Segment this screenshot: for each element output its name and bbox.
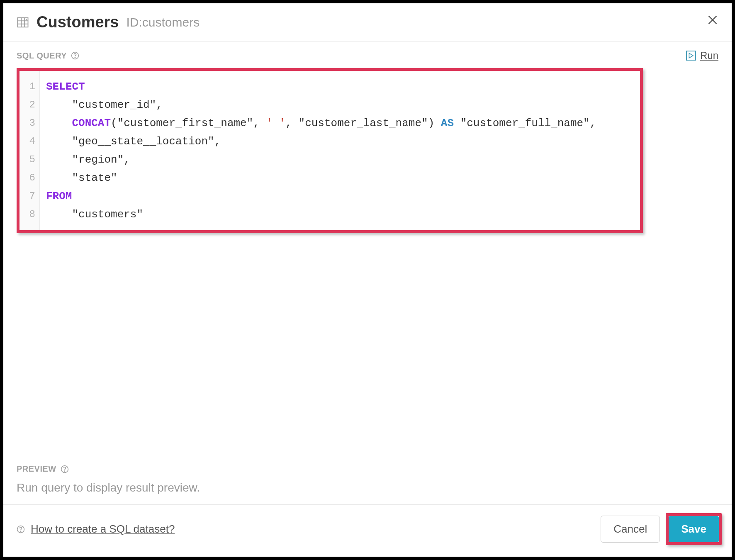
- code-editor-highlight: 1 2 3 4 5 6 7 8 SELECT "customer_id", CO…: [17, 68, 643, 233]
- line-number: 2: [24, 96, 35, 114]
- table-icon: [17, 16, 29, 29]
- run-button[interactable]: Run: [686, 50, 718, 61]
- preview-section-label: PREVIEW: [17, 464, 56, 474]
- help-icon[interactable]: [71, 51, 79, 60]
- footer-actions: Cancel Save: [601, 513, 722, 545]
- line-number: 6: [24, 169, 35, 187]
- save-button-highlight: Save: [666, 513, 722, 545]
- help-link[interactable]: How to create a SQL dataset?: [31, 523, 175, 536]
- line-number: 5: [24, 151, 35, 169]
- query-label-group: SQL QUERY: [17, 51, 79, 61]
- line-number: 8: [24, 205, 35, 224]
- preview-empty-message: Run query to display result preview.: [17, 481, 718, 494]
- line-number-gutter: 1 2 3 4 5 6 7 8: [19, 71, 39, 230]
- query-section-label: SQL QUERY: [17, 51, 67, 61]
- sql-query-section: SQL QUERY Run: [3, 41, 732, 454]
- save-button[interactable]: Save: [669, 516, 719, 542]
- footer-help-group: How to create a SQL dataset?: [17, 523, 175, 536]
- svg-point-10: [64, 470, 65, 471]
- svg-point-12: [20, 531, 21, 531]
- line-number: 3: [24, 114, 35, 132]
- help-icon[interactable]: [61, 465, 69, 473]
- code-line: SELECT: [46, 78, 634, 96]
- code-body: SELECT "customer_id", CONCAT("customer_f…: [39, 71, 640, 230]
- play-icon: [686, 51, 696, 61]
- code-line: "geo__state__location",: [46, 132, 634, 151]
- help-icon[interactable]: [17, 525, 25, 533]
- query-section-header: SQL QUERY Run: [17, 50, 718, 61]
- line-number: 1: [24, 78, 35, 96]
- sql-code-editor[interactable]: 1 2 3 4 5 6 7 8 SELECT "customer_id", CO…: [19, 71, 640, 230]
- modal-title: Customers: [37, 13, 119, 31]
- close-button[interactable]: [707, 14, 718, 26]
- line-number: 4: [24, 132, 35, 151]
- svg-rect-0: [18, 17, 28, 27]
- line-number: 7: [24, 187, 35, 205]
- code-line: FROM: [46, 187, 634, 205]
- code-line: CONCAT("customer_first_name", ' ', "cust…: [46, 114, 634, 132]
- preview-label-group: PREVIEW: [17, 464, 718, 474]
- code-line: "customers": [46, 205, 634, 224]
- code-line: "region",: [46, 151, 634, 169]
- modal-subtitle: ID:customers: [127, 15, 200, 29]
- run-label: Run: [700, 50, 718, 61]
- modal-header: Customers ID:customers: [3, 3, 732, 41]
- code-line: "state": [46, 169, 634, 187]
- sql-dataset-modal: Customers ID:customers SQL QUERY: [3, 3, 732, 557]
- preview-section: PREVIEW Run query to display result prev…: [3, 454, 732, 504]
- svg-point-8: [75, 57, 75, 58]
- cancel-button[interactable]: Cancel: [601, 516, 660, 543]
- modal-footer: How to create a SQL dataset? Cancel Save: [3, 504, 732, 557]
- code-line: "customer_id",: [46, 96, 634, 114]
